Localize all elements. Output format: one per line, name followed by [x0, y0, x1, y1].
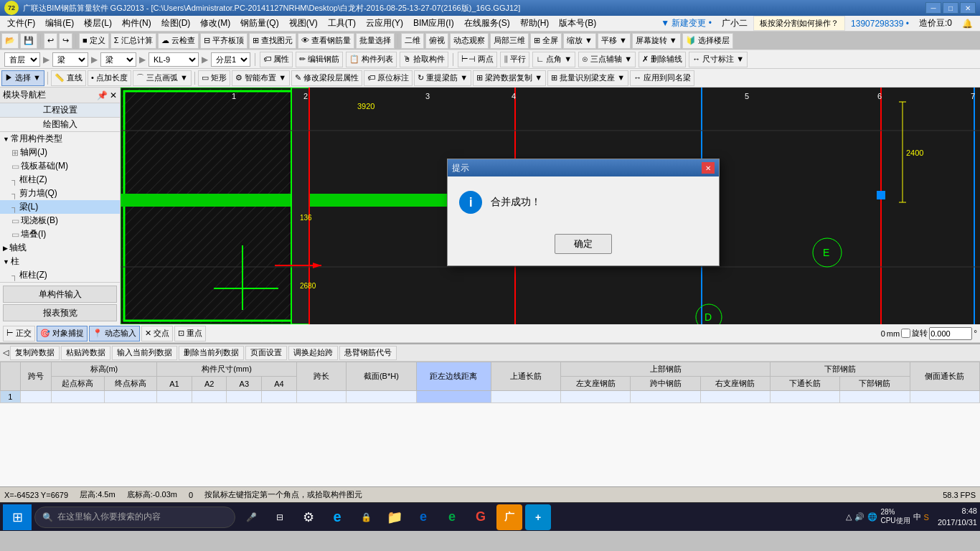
taskbar-explorer[interactable]: 📁: [382, 504, 407, 530]
menu-service[interactable]: 在线服务(S): [460, 16, 514, 31]
menu-newchange[interactable]: ▼ 新建变更 •: [656, 16, 716, 31]
sidebar-controls[interactable]: 📌 ✕: [97, 90, 117, 100]
point-angle-btn[interactable]: ∟ 点角 ▼: [532, 52, 575, 67]
apply-same-btn[interactable]: ↔ 应用到同名梁: [630, 70, 694, 86]
three-point-btn[interactable]: ⊙ 三点辅轴 ▼: [578, 52, 636, 67]
copy-span-data-btn[interactable]: 复制跨数据: [10, 346, 60, 360]
rotate-btn[interactable]: 屏幕旋转 ▼: [632, 33, 681, 49]
parallel-btn[interactable]: ∥ 平行: [500, 52, 529, 67]
cloud-check-btn[interactable]: ☁ 云检查: [158, 33, 199, 49]
taskbar-ie2[interactable]: e: [410, 504, 436, 530]
menu-bim[interactable]: BIM应用(I): [409, 16, 458, 31]
menu-rebar[interactable]: 钢筋量(Q): [236, 16, 283, 31]
calc-btn[interactable]: Σ 汇总计算: [110, 33, 156, 49]
properties-btn[interactable]: 🏷 属性: [260, 52, 293, 67]
canvas-area[interactable]: F 2400 3920 3920 136 2680 E D C 1 2 3: [121, 88, 980, 324]
menu-view[interactable]: 视图(V): [285, 16, 322, 31]
top-view-btn[interactable]: 俯视: [425, 33, 448, 49]
report-preview-btn[interactable]: 报表预览: [3, 304, 117, 321]
taskbar-gldapp[interactable]: 广: [496, 504, 522, 530]
sidebar-item-beam[interactable]: ┐ 梁(L): [0, 200, 120, 214]
batch-id-seat-btn[interactable]: ⊞ 批量识别梁支座 ▼: [547, 70, 628, 86]
expand-icon[interactable]: ◁: [3, 348, 9, 357]
taskbar-ie3[interactable]: e: [439, 504, 465, 530]
menu-draw[interactable]: 绘图(D): [157, 16, 195, 31]
define-btn[interactable]: ■ 定义: [79, 33, 109, 49]
rotate-input[interactable]: [929, 327, 972, 340]
sidebar-item-drawing-input[interactable]: 绘图输入: [0, 118, 120, 132]
rotate-checkbox[interactable]: [901, 329, 910, 338]
taskbar-blueapp[interactable]: +: [525, 504, 551, 530]
sidebar-item-slab[interactable]: ▭ 现浇板(B): [0, 214, 120, 227]
view-rebar-btn[interactable]: 👁 查看钢筋量: [298, 33, 354, 49]
delete-aux-btn[interactable]: ✗ 删除辅线: [639, 52, 686, 67]
systray-volume[interactable]: 🔊: [854, 512, 864, 522]
menu-guangxiao[interactable]: 广小二: [717, 16, 752, 31]
layer-selector[interactable]: 分层1: [211, 52, 250, 67]
sidebar-item-frame-col2[interactable]: ┐ 框柱(Z): [0, 268, 120, 282]
sidebar-item-col-group[interactable]: ▼ 柱: [0, 255, 120, 268]
menu-version[interactable]: 版本号(B): [555, 16, 600, 31]
smart-layout-btn[interactable]: ⚙ 智能布置 ▼: [232, 70, 290, 86]
taskbar-ie[interactable]: e: [324, 504, 350, 530]
modal-ok-button[interactable]: 确定: [555, 234, 612, 254]
modify-beam-layer-btn[interactable]: ✎ 修改梁段层属性: [291, 70, 362, 86]
clock[interactable]: 8:48 2017/10/31: [938, 506, 977, 528]
element-selector[interactable]: KL-9: [149, 52, 199, 67]
point-len-btn[interactable]: • 点加长度: [88, 70, 131, 86]
repull-beam-btn[interactable]: ↻ 重提梁筋 ▼: [414, 70, 471, 86]
menu-tools[interactable]: 工具(T): [324, 16, 360, 31]
2d-btn[interactable]: 二维: [401, 33, 424, 49]
cantilever-code-btn[interactable]: 悬臂钢筋代号: [339, 346, 397, 360]
sidebar-item-common-types[interactable]: ▼ 常用构件类型: [0, 132, 120, 146]
delete-col-data-btn[interactable]: 删除当前列数据: [179, 346, 244, 360]
element-list-btn[interactable]: 📋 构件列表: [346, 52, 397, 67]
intersection-btn[interactable]: ✕ 交点: [141, 326, 173, 342]
midpoint-btn[interactable]: ⊡ 重点: [174, 326, 206, 342]
sidebar-item-frame-col[interactable]: ┐ 框柱(Z): [0, 173, 120, 187]
menu-floor[interactable]: 楼层(L): [80, 16, 116, 31]
save-btn[interactable]: 💾: [20, 33, 37, 49]
sidebar-item-wall-stacked[interactable]: ▭ 墙叠(I): [0, 227, 120, 241]
find-elem-btn[interactable]: ⊞ 查找图元: [249, 33, 296, 49]
type-selector[interactable]: 梁: [52, 52, 88, 67]
input-col-data-btn[interactable]: 输入当前列数据: [112, 346, 177, 360]
page-setup-btn[interactable]: 页面设置: [245, 346, 287, 360]
systray-ime[interactable]: 中: [913, 512, 921, 522]
menu-help[interactable]: 帮助(H): [516, 16, 554, 31]
select-floor-btn[interactable]: 🔰 选择楼层: [682, 33, 733, 49]
two-point-btn[interactable]: ⊢⊣ 两点: [458, 52, 497, 67]
line-btn[interactable]: 📏 直线: [51, 70, 86, 86]
dynamic-view-btn[interactable]: 动态观察: [450, 33, 489, 49]
open-btn[interactable]: 📂: [1, 33, 19, 49]
select-tool-btn[interactable]: ▶ 选择 ▼: [1, 70, 44, 86]
three-arc-btn[interactable]: ⌒ 三点画弧 ▼: [133, 70, 192, 86]
local-3d-btn[interactable]: 局部三维: [490, 33, 529, 49]
sidebar-item-raft[interactable]: ▭ 筏板基础(M): [0, 159, 120, 173]
floor-selector[interactable]: 首层: [4, 52, 40, 67]
taskbar-mic[interactable]: 🎤: [238, 504, 264, 530]
systray-network[interactable]: 🌐: [867, 512, 877, 522]
copy-span-btn[interactable]: ⊞ 梁跨数据复制 ▼: [473, 70, 546, 86]
dynamic-input-btn[interactable]: 📍 动态输入: [89, 326, 140, 342]
search-bar[interactable]: 🔍 在这里输入你要搜索的内容: [34, 507, 235, 528]
bottom-table-area[interactable]: 跨号 标高(m) 构件尺寸(mm) 跨长 截面(B*H) 距左边线距离 上通长筋…: [0, 362, 980, 486]
taskbar-settings[interactable]: ⚙: [296, 504, 321, 530]
systray-sougou[interactable]: S: [924, 513, 929, 522]
taskbar-google[interactable]: G: [468, 504, 494, 530]
sidebar-item-shear-wall[interactable]: ┐ 剪力墙(Q): [0, 187, 120, 200]
maximize-button[interactable]: □: [943, 2, 958, 14]
menu-cloud[interactable]: 云应用(Y): [362, 16, 407, 31]
swap-start-btn[interactable]: 调换起始跨: [288, 346, 338, 360]
fullscreen-btn[interactable]: ⊞ 全屏: [530, 33, 562, 49]
undo-btn[interactable]: ↩: [44, 33, 57, 49]
rect-btn[interactable]: ▭ 矩形: [198, 70, 230, 86]
edit-rebar-btn[interactable]: ✏ 编辑钢筋: [296, 52, 343, 67]
pan-btn[interactable]: 平移 ▼: [598, 33, 631, 49]
minimize-button[interactable]: ─: [925, 2, 941, 14]
paste-span-data-btn[interactable]: 粘贴跨数据: [61, 346, 110, 360]
subtype-selector[interactable]: 梁: [100, 52, 136, 67]
start-button[interactable]: ⊞: [3, 504, 32, 530]
systray-arrow[interactable]: △: [846, 512, 852, 522]
modal-close-button[interactable]: ✕: [702, 162, 715, 174]
